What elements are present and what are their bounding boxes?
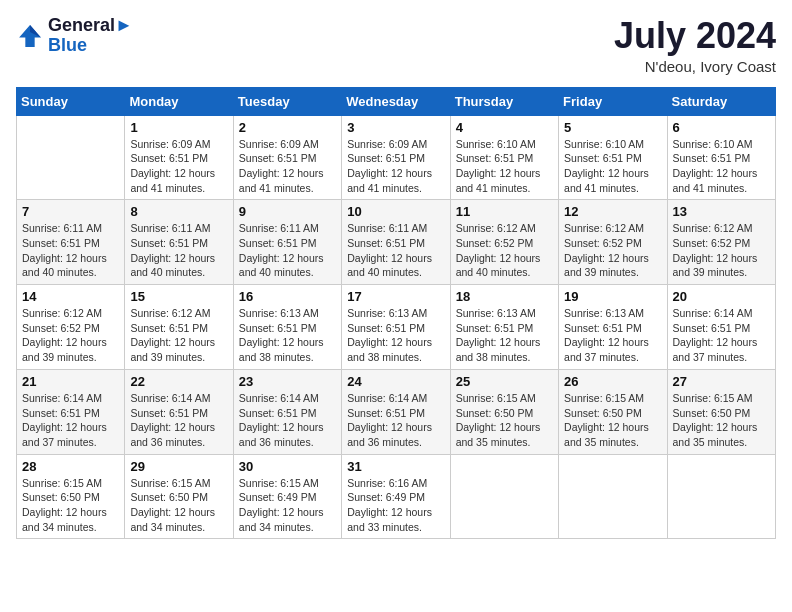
weekday-header: Saturday — [667, 87, 775, 115]
day-number: 26 — [564, 374, 661, 389]
day-number: 17 — [347, 289, 444, 304]
title-block: July 2024 N'deou, Ivory Coast — [614, 16, 776, 75]
day-number: 16 — [239, 289, 336, 304]
day-number: 22 — [130, 374, 227, 389]
day-number: 13 — [673, 204, 770, 219]
day-number: 9 — [239, 204, 336, 219]
calendar-cell: 12Sunrise: 6:12 AMSunset: 6:52 PMDayligh… — [559, 200, 667, 285]
day-info: Sunrise: 6:11 AMSunset: 6:51 PMDaylight:… — [130, 221, 227, 280]
calendar-cell: 30Sunrise: 6:15 AMSunset: 6:49 PMDayligh… — [233, 454, 341, 539]
calendar-cell: 4Sunrise: 6:10 AMSunset: 6:51 PMDaylight… — [450, 115, 558, 200]
calendar-cell: 26Sunrise: 6:15 AMSunset: 6:50 PMDayligh… — [559, 369, 667, 454]
day-info: Sunrise: 6:12 AMSunset: 6:51 PMDaylight:… — [130, 306, 227, 365]
day-info: Sunrise: 6:10 AMSunset: 6:51 PMDaylight:… — [456, 137, 553, 196]
day-number: 29 — [130, 459, 227, 474]
day-number: 1 — [130, 120, 227, 135]
calendar-cell: 11Sunrise: 6:12 AMSunset: 6:52 PMDayligh… — [450, 200, 558, 285]
weekday-header: Tuesday — [233, 87, 341, 115]
day-number: 23 — [239, 374, 336, 389]
day-number: 7 — [22, 204, 119, 219]
day-info: Sunrise: 6:15 AMSunset: 6:50 PMDaylight:… — [673, 391, 770, 450]
day-info: Sunrise: 6:12 AMSunset: 6:52 PMDaylight:… — [564, 221, 661, 280]
calendar-cell: 18Sunrise: 6:13 AMSunset: 6:51 PMDayligh… — [450, 285, 558, 370]
day-info: Sunrise: 6:10 AMSunset: 6:51 PMDaylight:… — [564, 137, 661, 196]
calendar-body: 1Sunrise: 6:09 AMSunset: 6:51 PMDaylight… — [17, 115, 776, 539]
calendar-cell: 31Sunrise: 6:16 AMSunset: 6:49 PMDayligh… — [342, 454, 450, 539]
day-number: 28 — [22, 459, 119, 474]
calendar-cell: 2Sunrise: 6:09 AMSunset: 6:51 PMDaylight… — [233, 115, 341, 200]
weekday-header: Thursday — [450, 87, 558, 115]
day-number: 14 — [22, 289, 119, 304]
weekday-header: Friday — [559, 87, 667, 115]
day-info: Sunrise: 6:09 AMSunset: 6:51 PMDaylight:… — [239, 137, 336, 196]
day-info: Sunrise: 6:13 AMSunset: 6:51 PMDaylight:… — [239, 306, 336, 365]
day-info: Sunrise: 6:12 AMSunset: 6:52 PMDaylight:… — [456, 221, 553, 280]
calendar-cell: 19Sunrise: 6:13 AMSunset: 6:51 PMDayligh… — [559, 285, 667, 370]
calendar-cell: 1Sunrise: 6:09 AMSunset: 6:51 PMDaylight… — [125, 115, 233, 200]
calendar-cell: 3Sunrise: 6:09 AMSunset: 6:51 PMDaylight… — [342, 115, 450, 200]
calendar-cell: 21Sunrise: 6:14 AMSunset: 6:51 PMDayligh… — [17, 369, 125, 454]
calendar-cell: 9Sunrise: 6:11 AMSunset: 6:51 PMDaylight… — [233, 200, 341, 285]
calendar-cell — [450, 454, 558, 539]
day-number: 12 — [564, 204, 661, 219]
day-number: 15 — [130, 289, 227, 304]
day-info: Sunrise: 6:11 AMSunset: 6:51 PMDaylight:… — [239, 221, 336, 280]
calendar-week-row: 14Sunrise: 6:12 AMSunset: 6:52 PMDayligh… — [17, 285, 776, 370]
day-number: 6 — [673, 120, 770, 135]
day-number: 10 — [347, 204, 444, 219]
calendar-cell: 8Sunrise: 6:11 AMSunset: 6:51 PMDaylight… — [125, 200, 233, 285]
day-info: Sunrise: 6:13 AMSunset: 6:51 PMDaylight:… — [456, 306, 553, 365]
calendar-week-row: 7Sunrise: 6:11 AMSunset: 6:51 PMDaylight… — [17, 200, 776, 285]
calendar-cell: 22Sunrise: 6:14 AMSunset: 6:51 PMDayligh… — [125, 369, 233, 454]
calendar-week-row: 21Sunrise: 6:14 AMSunset: 6:51 PMDayligh… — [17, 369, 776, 454]
calendar-cell — [17, 115, 125, 200]
calendar-cell: 5Sunrise: 6:10 AMSunset: 6:51 PMDaylight… — [559, 115, 667, 200]
calendar-cell — [667, 454, 775, 539]
day-info: Sunrise: 6:09 AMSunset: 6:51 PMDaylight:… — [130, 137, 227, 196]
day-info: Sunrise: 6:12 AMSunset: 6:52 PMDaylight:… — [673, 221, 770, 280]
logo-text: General► Blue — [48, 16, 133, 56]
day-info: Sunrise: 6:15 AMSunset: 6:50 PMDaylight:… — [130, 476, 227, 535]
day-number: 20 — [673, 289, 770, 304]
day-number: 31 — [347, 459, 444, 474]
calendar-week-row: 28Sunrise: 6:15 AMSunset: 6:50 PMDayligh… — [17, 454, 776, 539]
calendar-week-row: 1Sunrise: 6:09 AMSunset: 6:51 PMDaylight… — [17, 115, 776, 200]
day-info: Sunrise: 6:14 AMSunset: 6:51 PMDaylight:… — [22, 391, 119, 450]
calendar-cell: 23Sunrise: 6:14 AMSunset: 6:51 PMDayligh… — [233, 369, 341, 454]
day-number: 5 — [564, 120, 661, 135]
calendar-cell: 27Sunrise: 6:15 AMSunset: 6:50 PMDayligh… — [667, 369, 775, 454]
calendar-cell: 10Sunrise: 6:11 AMSunset: 6:51 PMDayligh… — [342, 200, 450, 285]
day-info: Sunrise: 6:14 AMSunset: 6:51 PMDaylight:… — [673, 306, 770, 365]
day-number: 4 — [456, 120, 553, 135]
calendar-cell: 29Sunrise: 6:15 AMSunset: 6:50 PMDayligh… — [125, 454, 233, 539]
day-info: Sunrise: 6:13 AMSunset: 6:51 PMDaylight:… — [564, 306, 661, 365]
day-info: Sunrise: 6:15 AMSunset: 6:49 PMDaylight:… — [239, 476, 336, 535]
day-number: 24 — [347, 374, 444, 389]
logo-icon — [16, 22, 44, 50]
location-title: N'deou, Ivory Coast — [614, 58, 776, 75]
weekday-header: Wednesday — [342, 87, 450, 115]
day-number: 25 — [456, 374, 553, 389]
weekday-header: Sunday — [17, 87, 125, 115]
day-number: 19 — [564, 289, 661, 304]
day-info: Sunrise: 6:14 AMSunset: 6:51 PMDaylight:… — [130, 391, 227, 450]
day-info: Sunrise: 6:13 AMSunset: 6:51 PMDaylight:… — [347, 306, 444, 365]
calendar-cell: 20Sunrise: 6:14 AMSunset: 6:51 PMDayligh… — [667, 285, 775, 370]
calendar-cell: 28Sunrise: 6:15 AMSunset: 6:50 PMDayligh… — [17, 454, 125, 539]
day-info: Sunrise: 6:16 AMSunset: 6:49 PMDaylight:… — [347, 476, 444, 535]
day-number: 8 — [130, 204, 227, 219]
calendar-cell: 24Sunrise: 6:14 AMSunset: 6:51 PMDayligh… — [342, 369, 450, 454]
day-number: 30 — [239, 459, 336, 474]
weekday-header: Monday — [125, 87, 233, 115]
page-header: General► Blue July 2024 N'deou, Ivory Co… — [16, 16, 776, 75]
day-info: Sunrise: 6:10 AMSunset: 6:51 PMDaylight:… — [673, 137, 770, 196]
day-number: 2 — [239, 120, 336, 135]
day-info: Sunrise: 6:14 AMSunset: 6:51 PMDaylight:… — [347, 391, 444, 450]
day-info: Sunrise: 6:12 AMSunset: 6:52 PMDaylight:… — [22, 306, 119, 365]
calendar-cell — [559, 454, 667, 539]
calendar-cell: 14Sunrise: 6:12 AMSunset: 6:52 PMDayligh… — [17, 285, 125, 370]
day-number: 27 — [673, 374, 770, 389]
calendar-cell: 13Sunrise: 6:12 AMSunset: 6:52 PMDayligh… — [667, 200, 775, 285]
calendar-cell: 16Sunrise: 6:13 AMSunset: 6:51 PMDayligh… — [233, 285, 341, 370]
logo: General► Blue — [16, 16, 133, 56]
